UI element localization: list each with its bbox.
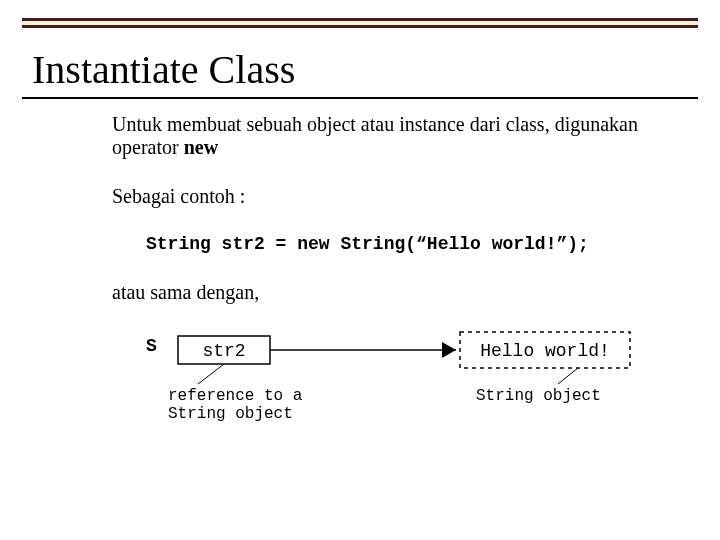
diagram-label-left-line1: reference to a (168, 387, 303, 405)
slide-title: Instantiate Class (32, 46, 698, 93)
paragraph-or: atau sama dengan, (112, 281, 658, 304)
diagram: S str2 Hello world! reference to a Strin… (146, 330, 658, 440)
slide: Instantiate Class Untuk membuat sebuah o… (0, 0, 720, 540)
content-area: Untuk membuat sebuah object atau instanc… (112, 113, 658, 440)
keyword-new: new (184, 136, 218, 158)
svg-marker-2 (442, 342, 456, 358)
diagram-label-left-line2: String object (168, 405, 293, 423)
diagram-svg: str2 Hello world! reference to a String … (168, 326, 638, 441)
title-underline (22, 97, 698, 99)
diagram-box-left-text: str2 (202, 341, 245, 361)
code-line-1: String str2 = new String(“Hello world!”)… (146, 234, 658, 255)
partial-code-letter: S (146, 336, 157, 357)
paragraph-example-label: Sebagai contoh : (112, 185, 658, 208)
svg-line-5 (558, 368, 578, 384)
svg-line-4 (198, 364, 224, 384)
diagram-label-right: String object (476, 387, 601, 405)
top-decor-rule (22, 18, 698, 28)
diagram-box-right-text: Hello world! (480, 341, 610, 361)
paragraph-intro: Untuk membuat sebuah object atau instanc… (112, 113, 658, 159)
